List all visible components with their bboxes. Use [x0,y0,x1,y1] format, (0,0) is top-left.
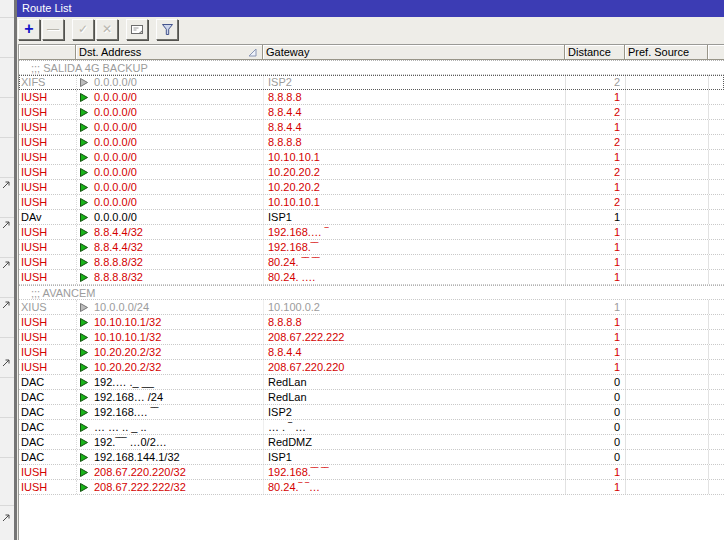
route-row[interactable]: IUSH8.8.4.4/32192.168.‾‾1 [19,240,724,255]
route-active-arrow-icon [80,138,88,147]
route-row[interactable]: IUSH208.67.222.222/3280.24.‾ ‾…1 [19,480,724,495]
route-gateway: … . ‾ … [263,420,565,434]
route-row[interactable]: IUSH0.0.0.0/08.8.8.82 [19,135,724,150]
dst-address-header[interactable]: Dst. Address [76,45,263,60]
route-row[interactable]: IUSH10.20.20.2/32208.67.220.2201 [19,360,724,375]
distance-header[interactable]: Distance [565,45,625,60]
route-dst-address: 8.8.8.8/32 [76,270,263,284]
route-row[interactable]: IUSH0.0.0.0/08.8.4.42 [19,105,724,120]
remove-button[interactable]: — [42,19,64,40]
route-pref-source [625,240,708,254]
column-label: Gateway [266,46,309,58]
note-icon [130,24,144,35]
route-extra-cell [708,345,724,359]
enable-button[interactable]: ✓ [72,19,94,40]
pref-source-header[interactable]: Pref. Source [625,45,708,60]
route-inactive-arrow-icon [80,78,88,87]
route-pref-source [625,435,708,449]
plus-icon: + [24,20,33,37]
route-pref-source [625,330,708,344]
extra-header[interactable] [708,45,724,60]
route-pref-source [625,120,708,134]
route-flags: IUSH [19,270,76,284]
route-row[interactable]: IUSH10.20.20.2/328.8.4.41 [19,345,724,360]
disable-button[interactable]: ✕ [96,19,118,40]
route-pref-source [625,90,708,104]
route-extra-cell [708,450,724,464]
route-extra-cell [708,375,724,389]
route-gateway: 80.24.‾ ‾… [263,480,565,494]
titlebar[interactable]: Route List [17,0,724,17]
screen: Route List +—✓✕ Dst. AddressGatewayDista… [0,0,724,540]
route-row[interactable]: IUSH0.0.0.0/010.10.10.12 [19,195,724,210]
route-dst-address: 0.0.0.0/0 [76,75,263,89]
route-row[interactable]: DAC192.168.… ‾‾ISP20 [19,405,724,420]
dst-address-text: 0.0.0.0/0 [94,105,137,119]
route-row[interactable]: DAC192.168… /24RedLan0 [19,390,724,405]
route-gateway: 192.168.… ‾ [263,225,565,239]
route-dst-address: 0.0.0.0/0 [76,120,263,134]
route-dst-address: 208.67.220.220/32 [76,465,263,479]
route-gateway: 192.168.‾‾ [263,240,565,254]
route-gateway: 8.8.4.4 [263,345,565,359]
route-row[interactable]: DAv0.0.0.0/0ISP11 [19,210,724,225]
add-button[interactable]: + [18,19,40,40]
filter-button[interactable] [156,19,178,40]
route-active-arrow-icon [80,93,88,102]
background-arrow-icon [1,300,11,312]
route-dst-address: … … .. _ .. [76,420,263,434]
route-distance: 2 [565,165,625,179]
route-row[interactable]: IUSH208.67.220.220/32192.168.‾‾ ‾‾1 [19,465,724,480]
table-body: ;;; SALIDA 4G BACKUPXIFS0.0.0.0/0ISP22IU… [19,60,724,495]
route-distance: 2 [565,195,625,209]
dst-address-text: 0.0.0.0/0 [94,165,137,179]
route-pref-source [625,105,708,119]
route-extra-cell [708,480,724,494]
route-row[interactable]: IUSH8.8.4.4/32192.168.… ‾1 [19,225,724,240]
comment-row[interactable]: ;;; SALIDA 4G BACKUP [19,60,724,75]
route-active-arrow-icon [80,393,88,402]
route-active-arrow-icon [80,273,88,282]
dst-address-text: 0.0.0.0/0 [94,90,137,104]
route-distance: 1 [565,240,625,254]
route-row[interactable]: IUSH0.0.0.0/010.20.20.21 [19,180,724,195]
route-gateway: 10.10.10.1 [263,195,565,209]
comment-button[interactable] [126,19,148,40]
route-row[interactable]: IUSH10.10.10.1/328.8.8.81 [19,315,724,330]
route-flags: IUSH [19,135,76,149]
route-active-arrow-icon [80,453,88,462]
route-row[interactable]: DAC192.… ._ __RedLan0 [19,375,724,390]
route-dst-address: 8.8.4.4/32 [76,225,263,239]
route-flags: DAC [19,435,76,449]
route-row[interactable]: IUSH0.0.0.0/010.10.10.11 [19,150,724,165]
route-row[interactable]: IUSH10.10.10.1/32208.67.222.2221 [19,330,724,345]
dst-address-text: … … .. _ .. [94,420,147,434]
route-pref-source [625,405,708,419]
route-row[interactable]: XIFS0.0.0.0/0ISP22 [19,75,724,90]
route-row[interactable]: IUSH8.8.8.8/3280.24. .…1 [19,270,724,285]
gateway-header[interactable]: Gateway [263,45,565,60]
route-row[interactable]: IUSH0.0.0.0/08.8.8.81 [19,90,724,105]
route-gateway: ISP1 [263,450,565,464]
route-extra-cell [708,435,724,449]
dst-address-text: 0.0.0.0/0 [94,210,137,224]
flags-header[interactable] [19,45,76,60]
route-row[interactable]: DAC… … .. _ ..… . ‾ …0 [19,420,724,435]
route-extra-cell [708,465,724,479]
route-gateway: 192.168.‾‾ ‾‾ [263,465,565,479]
route-row[interactable]: XIUS10.0.0.0/2410.100.0.21 [19,300,724,315]
route-row[interactable]: IUSH0.0.0.0/010.20.20.22 [19,165,724,180]
dst-address-text: 8.8.8.8/32 [94,255,143,269]
route-pref-source [625,345,708,359]
route-flags: DAC [19,420,76,434]
route-gateway: 10.100.0.2 [263,300,565,314]
route-flags: XIFS [19,75,76,89]
route-row[interactable]: DAC192.168.144.1/32ISP10 [19,450,724,465]
dst-address-text: 10.20.20.2/32 [94,360,161,374]
route-row[interactable]: DAC192.‾‾‾ …0/2…RedDMZ0 [19,435,724,450]
route-extra-cell [708,405,724,419]
comment-row[interactable]: ;;; AVANCEM [19,285,724,300]
route-pref-source [625,195,708,209]
route-row[interactable]: IUSH0.0.0.0/08.8.4.41 [19,120,724,135]
route-row[interactable]: IUSH8.8.8.8/3280.24. ‾‾ ‾‾1 [19,255,724,270]
